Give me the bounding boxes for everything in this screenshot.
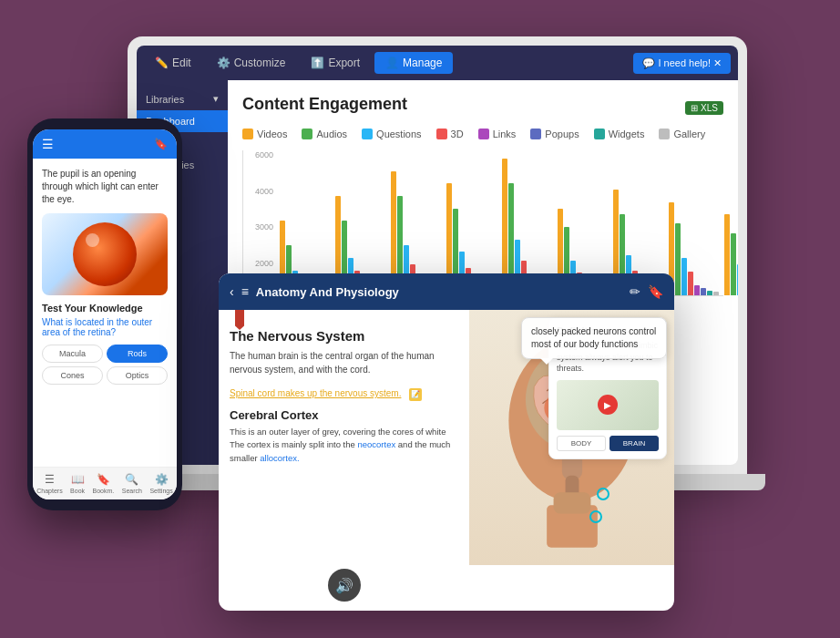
panel-topbar: ‹ ≡ Anatomy And Physiology ✏ 🔖 bbox=[219, 273, 674, 310]
allocortex-link[interactable]: allocortex. bbox=[260, 453, 299, 463]
phone-menu-icon[interactable]: ☰ bbox=[42, 137, 54, 151]
phone: ☰ 🔖 The pupil is an opening through whic… bbox=[27, 118, 182, 510]
laptop-topbar: ✏️ Edit ⚙️ Customize ⬆️ Export 👤 Manage … bbox=[137, 46, 738, 80]
note-icon[interactable]: 📝 bbox=[409, 388, 422, 401]
definitions-buttons: BODY BRAIN bbox=[557, 436, 659, 451]
tooltip-bubble: closely packed neurons control most of o… bbox=[521, 317, 667, 359]
panel-edit-icon[interactable]: ✏ bbox=[630, 284, 640, 299]
legend-dot-popups bbox=[530, 129, 541, 139]
nervous-system-text: The human brain is the central organ of … bbox=[230, 349, 458, 376]
phone-topbar: ☰ 🔖 bbox=[33, 129, 177, 159]
manage-icon: 👤 bbox=[385, 57, 399, 69]
audio-icon: 🔊 bbox=[335, 577, 353, 594]
sidebar-libraries-section: Libraries ▾ bbox=[137, 87, 228, 110]
help-button[interactable]: 💬 I need help! ✕ bbox=[633, 53, 731, 74]
hotspot-4[interactable] bbox=[597, 488, 610, 500]
svg-rect-8 bbox=[553, 492, 590, 513]
legend-videos: Videos bbox=[242, 129, 287, 139]
search-icon: 🔍 bbox=[125, 473, 138, 486]
phone-quiz-question: What is located in the outer area of the… bbox=[42, 317, 168, 337]
phone-option-cones[interactable]: Cones bbox=[42, 366, 103, 385]
bar-segment bbox=[724, 214, 730, 295]
legend-gallery: Gallery bbox=[659, 129, 705, 139]
phone-eye-image bbox=[42, 213, 168, 295]
bar-segment bbox=[681, 258, 687, 295]
neocortex-link[interactable]: neocortex bbox=[357, 439, 395, 449]
export-button[interactable]: ⬆️ Export bbox=[300, 52, 371, 74]
eye-visual bbox=[73, 222, 137, 286]
phone-bottombar: ☰ Chapters 📖 Book 🔖 Bookm. 🔍 Search ⚙️ S… bbox=[33, 467, 177, 499]
brain-button[interactable]: BRAIN bbox=[610, 436, 659, 451]
bar-segment bbox=[731, 233, 736, 295]
phone-description: The pupil is an opening through which li… bbox=[42, 168, 168, 206]
legend-dot-gallery bbox=[659, 129, 670, 139]
audio-button[interactable]: 🔊 bbox=[328, 569, 361, 602]
chart-title: Content Engagement bbox=[242, 95, 407, 114]
spinal-cord-text: Spinal cord makes up the nervous system. bbox=[230, 388, 401, 398]
phone-nav-chapters[interactable]: ☰ Chapters bbox=[36, 473, 62, 494]
bar-group bbox=[669, 202, 719, 295]
manage-button[interactable]: 👤 Manage bbox=[374, 52, 453, 74]
export-icon: ⬆️ bbox=[311, 57, 324, 69]
phone-nav-settings[interactable]: ⚙️ Settings bbox=[149, 473, 172, 494]
chapters-icon: ☰ bbox=[45, 473, 55, 486]
chart-legend: Videos Audios Questions 3D bbox=[242, 129, 723, 139]
legend-dot-widgets bbox=[594, 129, 605, 139]
panel-left: The Nervous System The human brain is th… bbox=[219, 310, 469, 611]
xls-badge[interactable]: ⊞ XLS bbox=[685, 101, 723, 115]
legend-audios: Audios bbox=[302, 129, 347, 139]
body-button[interactable]: BODY bbox=[557, 436, 606, 451]
bar-segment bbox=[694, 285, 700, 295]
phone-nav-search[interactable]: 🔍 Search bbox=[122, 473, 142, 494]
bar-segment bbox=[737, 264, 738, 295]
bar-segment bbox=[675, 223, 681, 295]
edit-icon: ✏️ bbox=[155, 57, 169, 69]
cerebral-cortex-text: This is an outer layer of grey, covering… bbox=[230, 426, 458, 465]
phone-screen: ☰ 🔖 The pupil is an opening through whic… bbox=[33, 129, 177, 499]
phone-option-rods[interactable]: Rods bbox=[107, 345, 168, 363]
play-button[interactable]: ▶ bbox=[598, 395, 618, 415]
phone-nav-bookmark[interactable]: 🔖 Bookm. bbox=[93, 473, 115, 494]
legend-widgets: Widgets bbox=[594, 129, 645, 139]
edit-button[interactable]: ✏️ Edit bbox=[144, 52, 202, 74]
panel-body: The Nervous System The human brain is th… bbox=[219, 310, 674, 611]
legend-dot-3d bbox=[436, 129, 447, 139]
chevron-down-icon: ▾ bbox=[213, 93, 219, 105]
phone-quiz-title: Test Your Knowledge bbox=[42, 303, 168, 314]
phone-option-macula[interactable]: Macula bbox=[42, 345, 103, 363]
legend-dot-links bbox=[478, 129, 489, 139]
legend-dot-audios bbox=[302, 129, 312, 139]
legend-dot-questions bbox=[362, 129, 373, 139]
bookmark-ribbon bbox=[235, 310, 244, 330]
cerebral-cortex-title: Cerebral Cortex bbox=[230, 408, 458, 422]
bar-group bbox=[724, 214, 738, 295]
bookmark-nav-icon: 🔖 bbox=[97, 473, 110, 486]
panel-bookmark-icon[interactable]: 🔖 bbox=[648, 284, 663, 299]
legend-dot-videos bbox=[242, 129, 253, 139]
settings-icon: ⚙️ bbox=[155, 473, 169, 486]
definitions-image: ▶ bbox=[557, 380, 659, 430]
nervous-system-title: The Nervous System bbox=[230, 328, 458, 344]
book-icon: 📖 bbox=[71, 473, 85, 486]
phone-options: Macula Rods Cones Optics bbox=[42, 345, 168, 385]
customize-button[interactable]: ⚙️ Customize bbox=[206, 52, 297, 74]
panel-menu-icon[interactable]: ≡ bbox=[241, 284, 249, 299]
customize-icon: ⚙️ bbox=[217, 57, 230, 69]
legend-popups: Popups bbox=[530, 129, 579, 139]
bar-segment bbox=[688, 272, 693, 295]
bar-segment bbox=[701, 288, 706, 295]
eye-highlight bbox=[86, 233, 99, 247]
panel-right: closely packed neurons control most of o… bbox=[469, 310, 674, 611]
panel-title: Anatomy And Physiology bbox=[256, 285, 622, 299]
phone-option-optics[interactable]: Optics bbox=[107, 366, 168, 385]
panel-back-button[interactable]: ‹ bbox=[230, 284, 234, 299]
phone-nav-book[interactable]: 📖 Book bbox=[70, 473, 85, 494]
content-panel: ‹ ≡ Anatomy And Physiology ✏ 🔖 The Nervo… bbox=[219, 273, 674, 611]
panel-action-icons: ✏ 🔖 bbox=[630, 284, 663, 299]
hotspot-5[interactable] bbox=[589, 510, 602, 523]
legend-3d: 3D bbox=[436, 129, 464, 139]
legend-links: Links bbox=[478, 129, 517, 139]
legend-questions: Questions bbox=[362, 129, 422, 139]
phone-bookmark-icon[interactable]: 🔖 bbox=[154, 138, 168, 150]
bar-segment bbox=[713, 292, 719, 295]
